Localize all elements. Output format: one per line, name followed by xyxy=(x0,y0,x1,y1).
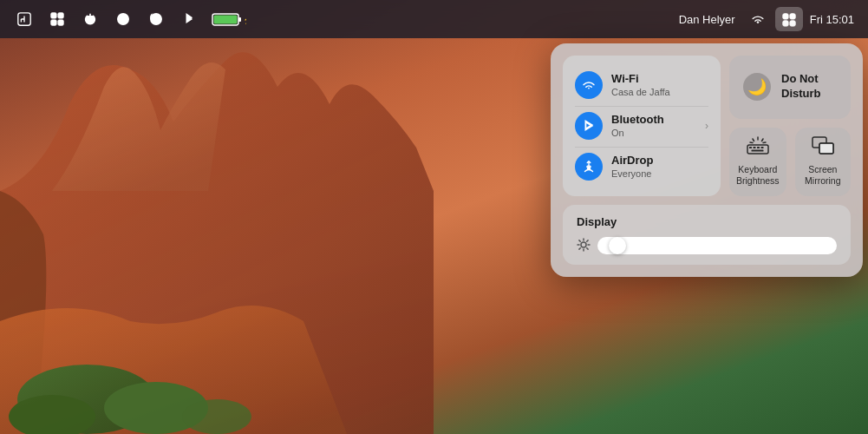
brightness-low-icon xyxy=(577,238,591,254)
play-icon[interactable] xyxy=(109,7,137,31)
wifi-network-name: Casa de Jaffa xyxy=(611,86,708,98)
svg-rect-21 xyxy=(747,145,768,154)
airdrop-status: Everyone xyxy=(611,168,708,180)
wifi-name: Wi-Fi xyxy=(611,72,708,86)
control-center-panel: Wi-Fi Casa de Jaffa Bluetooth On › xyxy=(551,43,863,277)
display-section-label: Display xyxy=(577,215,837,228)
right-column: 🌙 Do Not Disturb xyxy=(729,56,851,196)
airdrop-name: AirDrop xyxy=(611,154,708,168)
svg-rect-7 xyxy=(51,20,56,25)
wifi-menubar-icon[interactable] xyxy=(744,7,772,31)
svg-rect-13 xyxy=(238,17,241,22)
svg-line-40 xyxy=(579,240,580,240)
svg-point-35 xyxy=(581,242,586,247)
clock-display: Fri 15:01 xyxy=(806,13,858,26)
svg-rect-26 xyxy=(751,149,763,151)
do-not-disturb-label: Do Not Disturb xyxy=(781,72,821,102)
svg-line-43 xyxy=(579,247,580,248)
battery-menubar-icon[interactable]: ⚡ xyxy=(208,7,250,31)
svg-line-28 xyxy=(753,139,754,141)
do-not-disturb-icon: 🌙 xyxy=(743,73,771,101)
svg-rect-25 xyxy=(760,147,763,148)
svg-rect-8 xyxy=(58,20,63,25)
airdrop-row[interactable]: AirDrop Everyone xyxy=(575,147,708,186)
do-not-disturb-tile[interactable]: 🌙 Do Not Disturb xyxy=(729,56,851,119)
keyboard-brightness-icon xyxy=(747,136,769,159)
airdrop-info: AirDrop Everyone xyxy=(611,154,708,180)
keyboard-brightness-tile[interactable]: Keyboard Brightness xyxy=(729,128,786,196)
network-tile: Wi-Fi Casa de Jaffa Bluetooth On › xyxy=(563,56,721,196)
bluetooth-info: Bluetooth On xyxy=(611,113,696,139)
svg-line-30 xyxy=(750,142,753,143)
icon-row: Keyboard Brightness Screen Mirroring xyxy=(729,128,851,196)
svg-text:⚡: ⚡ xyxy=(243,14,246,25)
screen-mirroring-tile[interactable]: Screen Mirroring xyxy=(795,128,851,196)
svg-rect-24 xyxy=(757,147,760,148)
wifi-info: Wi-Fi Casa de Jaffa xyxy=(611,72,708,98)
brightness-slider[interactable] xyxy=(597,237,837,254)
keyboard-brightness-label: Keyboard Brightness xyxy=(736,164,780,187)
svg-rect-23 xyxy=(753,147,755,148)
svg-rect-16 xyxy=(782,14,787,19)
svg-rect-22 xyxy=(749,147,752,148)
svg-line-29 xyxy=(761,139,763,141)
user-name-label: Dan Helyer xyxy=(674,13,741,26)
screen-mirroring-icon xyxy=(812,136,834,159)
svg-line-42 xyxy=(587,240,588,240)
wifi-row[interactable]: Wi-Fi Casa de Jaffa xyxy=(575,66,708,104)
bluetooth-tile-icon xyxy=(575,112,603,140)
svg-rect-18 xyxy=(782,21,787,26)
svg-rect-19 xyxy=(790,21,795,26)
cc-top-row: Wi-Fi Casa de Jaffa Bluetooth On › xyxy=(563,56,851,196)
svg-rect-5 xyxy=(51,13,56,18)
brightness-slider-row xyxy=(577,237,837,254)
svg-rect-17 xyxy=(790,14,795,19)
rock-formation xyxy=(0,17,434,434)
bluetooth-name: Bluetooth xyxy=(611,113,696,127)
power-icon[interactable] xyxy=(76,7,104,31)
bluetooth-chevron: › xyxy=(705,120,708,132)
bluetooth-menubar-icon[interactable] xyxy=(175,7,203,31)
screen-mirroring-label: Screen Mirroring xyxy=(802,164,844,187)
bluetooth-row[interactable]: Bluetooth On › xyxy=(575,106,708,145)
keystroke-icon[interactable] xyxy=(10,7,38,31)
svg-rect-34 xyxy=(819,143,833,154)
svg-rect-14 xyxy=(214,16,238,24)
wifi-tile-icon xyxy=(575,71,603,99)
svg-rect-6 xyxy=(58,13,63,18)
menubar-left: ⚡ xyxy=(10,7,250,31)
grid-icon[interactable] xyxy=(43,7,71,31)
svg-point-3 xyxy=(182,399,251,434)
control-center-menubar-icon[interactable] xyxy=(775,7,803,31)
menubar: ⚡ Dan Helyer Fri 15:01 xyxy=(0,0,868,38)
menubar-right: Dan Helyer Fri 15:01 xyxy=(674,7,858,31)
airdrop-tile-icon xyxy=(575,153,603,181)
display-section: Display xyxy=(563,205,851,265)
svg-line-31 xyxy=(763,142,766,143)
svg-line-41 xyxy=(587,247,588,248)
time-machine-icon[interactable] xyxy=(142,7,170,31)
bluetooth-status: On xyxy=(611,127,696,139)
